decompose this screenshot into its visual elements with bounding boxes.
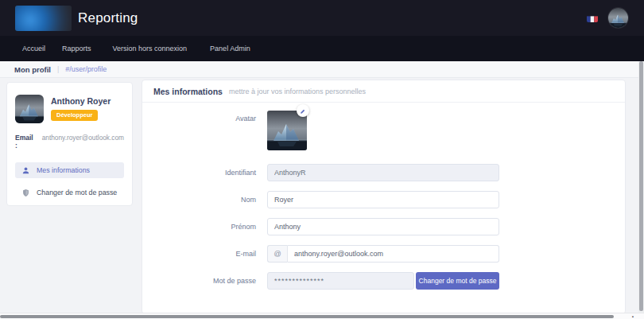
card-subtitle: mettre à jour vos informations personnel… [229, 88, 366, 95]
email-input[interactable] [288, 245, 499, 263]
avatar-preview [267, 111, 307, 150]
user-avatar[interactable] [608, 8, 628, 28]
scrollbar-arrow-icon[interactable]: ▪ [632, 313, 634, 319]
profile-identity: Anthony Royer Développeur [15, 95, 124, 123]
role-badge: Développeur [51, 110, 98, 121]
menu-item-label: Mes informations [37, 166, 90, 174]
informations-card: Mes informations mettre à jour vos infor… [142, 80, 626, 314]
identifiant-input [267, 164, 499, 181]
nav-item-panel-admin[interactable]: Panel Admin [210, 45, 250, 53]
nav-item-version-hors-connexion[interactable]: Version hors connexion [113, 45, 188, 53]
profile-name: Anthony Royer [51, 96, 111, 106]
app-title: Reporting [78, 10, 138, 26]
header-actions [587, 8, 628, 28]
prenom-label: Prénom [142, 223, 256, 231]
email-field-label: E-mail [142, 250, 256, 258]
person-icon [21, 166, 30, 175]
menu-item-label: Changer de mot de passe [37, 189, 117, 196]
change-password-button[interactable]: Changer de mot de passe [416, 272, 499, 290]
card-header: Mes informations mettre à jour vos infor… [142, 80, 625, 103]
profile-email-row: Email : anthony.royer@outlook.com [15, 134, 124, 150]
pencil-icon [300, 103, 306, 118]
edit-avatar-button[interactable] [297, 104, 309, 117]
nom-input[interactable] [267, 191, 499, 208]
horizontal-scrollbar-thumb[interactable] [0, 315, 614, 318]
avatar-label: Avatar [142, 111, 256, 123]
avatar-field-row: Avatar [142, 111, 625, 150]
shield-icon [21, 189, 30, 197]
profile-menu: Mes informations Changer de mot de passe [15, 162, 124, 200]
card-body: Avatar Identifiant [142, 103, 625, 290]
page-title: Mon profil [14, 65, 51, 74]
horizontal-scrollbar: ▪ [0, 313, 644, 319]
identifiant-field-row: Identifiant [142, 164, 625, 181]
breadcrumb: Mon profil | #/user/profile [0, 61, 644, 78]
profile-summary-card: Anthony Royer Développeur Email : anthon… [6, 82, 133, 206]
prenom-field-row: Prénom [142, 218, 625, 235]
nav-item-accueil[interactable]: Accueil [22, 45, 45, 53]
vertical-scrollbar-thumb[interactable] [639, 61, 643, 311]
main-navbar: Accueil Rapports Version hors connexion … [0, 36, 644, 61]
page-content: Anthony Royer Développeur Email : anthon… [0, 78, 644, 319]
breadcrumb-route-link[interactable]: #/user/profile [65, 65, 107, 73]
at-icon: @ [267, 245, 288, 263]
password-field-row: Mot de passe Changer de mot de passe [142, 272, 625, 290]
app-logo-image [15, 6, 72, 31]
card-title: Mes informations [153, 87, 223, 96]
menu-item-mes-informations[interactable]: Mes informations [15, 162, 124, 178]
menu-item-changer-mot-de-passe[interactable]: Changer de mot de passe [15, 185, 124, 200]
identifiant-label: Identifiant [142, 169, 256, 177]
password-input [267, 272, 414, 290]
app-header: Reporting [0, 0, 644, 36]
password-label: Mot de passe [142, 277, 256, 285]
prenom-input[interactable] [267, 218, 499, 235]
email-field-row: E-mail @ [142, 245, 625, 263]
french-flag-icon[interactable] [587, 14, 598, 22]
nom-label: Nom [142, 196, 256, 204]
breadcrumb-separator: | [57, 65, 59, 73]
app-logo [15, 6, 72, 31]
email-label: Email : [15, 134, 37, 150]
email-value: anthony.royer@outlook.com [42, 134, 124, 142]
nav-item-rapports[interactable]: Rapports [62, 45, 91, 53]
nom-field-row: Nom [142, 191, 625, 208]
profile-avatar-image [15, 95, 44, 123]
vertical-scrollbar [638, 61, 644, 313]
